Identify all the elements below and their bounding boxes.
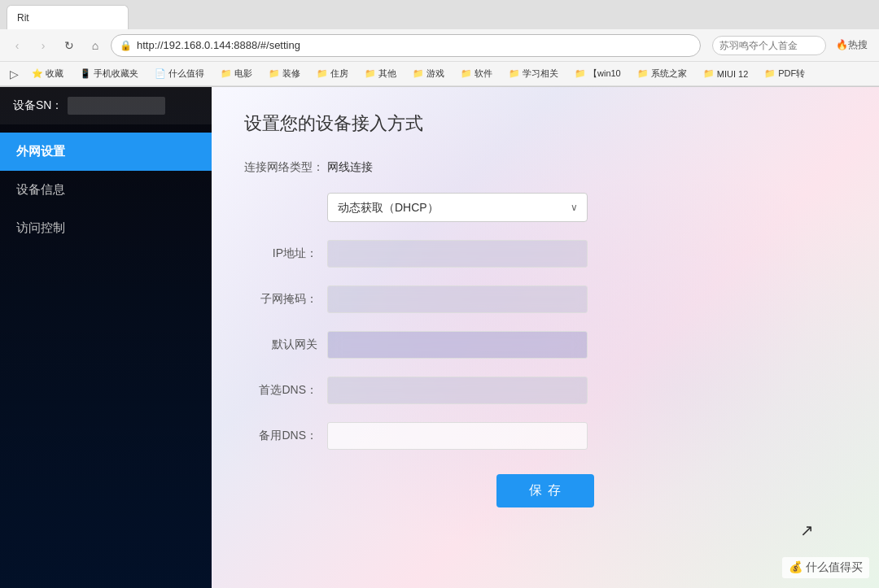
- sidebar-item-wan-settings[interactable]: 外网设置: [0, 133, 212, 171]
- folder-icon-other: 📁: [365, 68, 376, 79]
- home-button[interactable]: ⌂: [85, 35, 106, 56]
- back-icon: ‹: [15, 39, 20, 52]
- dns2-label: 备用DNS：: [244, 429, 317, 443]
- folder-icon-movie: 📁: [221, 68, 232, 79]
- bookmark-item-win10[interactable]: 📁 【win10: [568, 65, 628, 83]
- connection-type-value: 网线连接: [327, 160, 373, 175]
- main-content: 设置您的设备接入方式 连接网络类型： 网线连接 动态获取（DHCP） 静态IP …: [212, 87, 879, 588]
- hot-search-label[interactable]: 🔥热搜: [831, 37, 872, 54]
- gateway-label: 默认网关: [244, 338, 317, 352]
- ip-label: IP地址：: [244, 246, 317, 261]
- folder-icon-win10: 📁: [575, 68, 586, 79]
- dhcp-select-wrapper[interactable]: 动态获取（DHCP） 静态IP ∨: [327, 193, 588, 222]
- bookmark-item-systemzj[interactable]: 📁 系统之家: [631, 65, 693, 83]
- folder-icon-housing: 📁: [317, 68, 328, 79]
- browser-tabs-bar: Rit: [0, 0, 879, 29]
- page-icon-zhide: 📄: [155, 68, 166, 79]
- gateway-input-container[interactable]: [327, 331, 588, 359]
- dns1-label: 首选DNS：: [244, 383, 317, 398]
- folder-icon-game: 📁: [413, 68, 424, 79]
- bookmark-item-pdf[interactable]: 📁 PDF转: [758, 65, 811, 83]
- sidebar: 设备SN： 外网设置 设备信息 访问控制: [0, 87, 212, 588]
- bookmark-item-mobile[interactable]: 📱 手机收藏夹: [73, 65, 145, 83]
- bookmark-item-housing[interactable]: 📁 住房: [310, 65, 355, 83]
- save-button[interactable]: 保 存: [496, 474, 593, 507]
- bookmark-item-game[interactable]: 📁 游戏: [406, 65, 451, 83]
- bookmark-item-software[interactable]: 📁 软件: [454, 65, 499, 83]
- folder-icon-study: 📁: [509, 68, 520, 79]
- dns2-input[interactable]: [327, 422, 588, 450]
- watermark-text: 什么值得买: [806, 560, 863, 573]
- page-title: 设置您的设备接入方式: [244, 111, 846, 136]
- folder-icon-software: 📁: [461, 68, 472, 79]
- subnet-input[interactable]: [328, 286, 587, 312]
- sidebar-menu: 外网设置 设备信息 访问控制: [0, 133, 212, 247]
- mobile-icon: 📱: [80, 68, 91, 79]
- ip-address-row: IP地址：: [244, 240, 846, 268]
- dns1-input[interactable]: [328, 377, 587, 403]
- back-button[interactable]: ‹: [7, 35, 28, 56]
- ip-input[interactable]: [328, 241, 587, 267]
- folder-icon-systemzj: 📁: [637, 68, 649, 79]
- save-button-row: 保 存: [244, 474, 846, 507]
- home-icon: ⌂: [92, 39, 98, 52]
- watermark: 💰 什么值得买: [782, 557, 869, 578]
- star-icon: ⭐: [32, 68, 43, 79]
- folder-icon-pdf: 📁: [764, 68, 776, 79]
- browser-chrome: Rit ‹ › ↻ ⌂ 🔒 http://192.168.0.144:8888/…: [0, 0, 879, 87]
- refresh-icon: ↻: [64, 39, 74, 52]
- bookmarks-toggle[interactable]: ▷: [7, 66, 22, 82]
- device-info-label: 设备信息: [16, 182, 65, 196]
- watermark-icon: 💰: [789, 560, 802, 573]
- refresh-button[interactable]: ↻: [59, 35, 80, 56]
- subnet-label: 子网掩码：: [244, 292, 317, 307]
- bookmark-item-star[interactable]: ⭐ 收藏: [25, 65, 70, 83]
- bookmark-item-decoration[interactable]: 📁 装修: [262, 65, 307, 83]
- dhcp-select-row: 动态获取（DHCP） 静态IP ∨: [244, 193, 846, 222]
- bookmark-item-study[interactable]: 📁 学习相关: [502, 65, 565, 83]
- wan-settings-label: 外网设置: [16, 144, 65, 158]
- subnet-input-container[interactable]: [327, 285, 588, 313]
- access-control-label: 访问控制: [16, 220, 65, 234]
- bookmark-item-other[interactable]: 📁 其他: [358, 65, 403, 83]
- address-bar[interactable]: 🔒 http://192.168.0.144:8888/#/setting: [111, 34, 701, 57]
- browser-search-input[interactable]: [712, 36, 826, 55]
- bookmark-item-zhide[interactable]: 📄 什么值得: [148, 65, 211, 83]
- connection-type-row: 连接网络类型： 网线连接: [244, 160, 846, 175]
- device-sn-bar: 设备SN：: [0, 87, 212, 124]
- dns1-row: 首选DNS：: [244, 377, 846, 404]
- gateway-input[interactable]: [328, 332, 587, 358]
- bookmark-item-movie[interactable]: 📁 电影: [214, 65, 259, 83]
- subnet-row: 子网掩码：: [244, 285, 846, 313]
- dns1-input-container[interactable]: [327, 377, 588, 404]
- forward-button[interactable]: ›: [33, 35, 54, 56]
- security-icon: 🔒: [120, 40, 132, 51]
- folder-icon-miui: 📁: [703, 68, 715, 79]
- device-sn-value: [68, 97, 165, 115]
- ip-input-container[interactable]: [327, 240, 588, 268]
- cursor-indicator: ↗: [800, 520, 814, 540]
- page-wrapper: 设备SN： 外网设置 设备信息 访问控制 设置您的设备接入方式 连接网络类型： …: [0, 87, 879, 588]
- forward-icon: ›: [42, 39, 46, 52]
- bookmarks-bar: ▷ ⭐ 收藏 📱 手机收藏夹 📄 什么值得 📁 电影 📁 装修 📁 住房 📁 其…: [0, 62, 879, 86]
- browser-nav-bar: ‹ › ↻ ⌂ 🔒 http://192.168.0.144:8888/#/se…: [0, 29, 879, 62]
- sidebar-item-access-control[interactable]: 访问控制: [0, 209, 212, 247]
- device-sn-label: 设备SN：: [13, 98, 63, 113]
- gateway-row: 默认网关: [244, 331, 846, 359]
- connection-type-label: 连接网络类型：: [244, 160, 317, 175]
- active-tab[interactable]: Rit: [7, 5, 129, 29]
- form-section: 连接网络类型： 网线连接 动态获取（DHCP） 静态IP ∨ IP地址：: [244, 160, 846, 507]
- nav-right-area: 🔥热搜: [712, 36, 872, 55]
- bookmark-item-miui[interactable]: 📁 MIUI 12: [697, 65, 755, 83]
- dns2-row: 备用DNS：: [244, 422, 846, 450]
- folder-icon-decoration: 📁: [269, 68, 280, 79]
- tab-label: Rit: [17, 12, 29, 24]
- sidebar-item-device-info[interactable]: 设备信息: [0, 171, 212, 209]
- dhcp-select[interactable]: 动态获取（DHCP） 静态IP: [327, 193, 588, 222]
- url-text: http://192.168.0.144:8888/#/setting: [137, 39, 300, 51]
